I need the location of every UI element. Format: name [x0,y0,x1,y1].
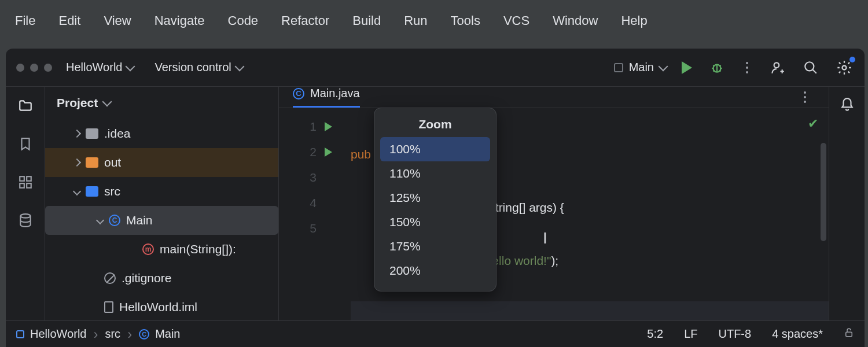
bookmarks-tool-button[interactable] [17,135,34,153]
cursor-position[interactable]: 5:2 [647,327,663,341]
tab-main-java[interactable]: C Main.java [293,87,360,108]
run-config-label: Main [629,61,654,74]
menu-file[interactable]: File [3,9,47,33]
svg-line-6 [713,70,715,71]
folder-icon [18,98,33,113]
chevron-down-icon [102,97,112,107]
gitignore-icon [104,272,116,284]
line-number: 4 [310,196,317,210]
chevron-right-icon [73,158,81,167]
editor-scrollbar[interactable] [821,143,826,241]
project-panel-header[interactable]: Project [45,87,278,119]
crumb-src[interactable]: src [105,327,120,341]
indent-setting[interactable]: 4 spaces* [772,327,823,341]
svg-line-7 [719,70,720,71]
gutter-line[interactable]: 2 [279,139,340,165]
folder-icon [86,128,98,139]
bookmark-icon [18,136,33,152]
menu-navigate[interactable]: Navigate [143,9,216,33]
settings-button[interactable] [834,58,854,77]
file-encoding[interactable]: UTF-8 [718,327,751,341]
bug-icon [709,60,724,75]
menu-view[interactable]: View [92,9,142,33]
tree-node-out[interactable]: out [45,148,278,177]
os-menubar: File Edit View Navigate Code Refactor Bu… [0,0,868,42]
chevron-down-icon [73,187,81,195]
gutter-line[interactable]: 3 [279,165,340,190]
traffic-close-icon[interactable] [16,64,24,72]
menu-refactor[interactable]: Refactor [270,9,341,33]
notification-dot-icon [849,57,855,62]
search-button[interactable] [801,58,821,77]
chevron-right-icon [73,130,81,138]
menu-build[interactable]: Build [341,9,392,33]
zoom-option-100[interactable]: 100% [380,137,490,161]
line-separator[interactable]: LF [684,327,697,341]
tree-node-idea[interactable]: .idea [45,119,278,148]
project-panel-title: Project [57,96,98,110]
chevron-down-icon [96,216,104,224]
zoom-option-125[interactable]: 125% [380,186,490,210]
lock-icon[interactable] [844,327,854,341]
code-editor[interactable]: 12345 public class Main { public static … [279,108,829,347]
zoom-option-110[interactable]: 110% [380,161,490,186]
database-icon [18,213,33,228]
svg-rect-17 [27,183,31,188]
run-button[interactable] [677,58,697,77]
menu-run[interactable]: Run [392,9,439,33]
menu-help[interactable]: Help [609,9,659,33]
line-number: 2 [310,145,317,159]
database-tool-button[interactable] [17,212,34,229]
traffic-minimize-icon[interactable] [30,64,38,72]
svg-line-12 [812,69,816,73]
line-number: 3 [310,171,317,184]
zoom-popup: Zoom 100%110%125%150%175%200% [374,108,496,291]
menu-code[interactable]: Code [216,9,270,33]
gutter-line[interactable]: 5 [279,216,340,241]
tree-node-helloworldiml[interactable]: HelloWorld.iml [45,293,278,322]
run-config-dropdown[interactable]: Main [614,61,667,74]
project-dropdown[interactable]: HelloWorld [66,61,134,74]
structure-tool-button[interactable] [17,174,34,191]
search-icon [803,60,818,75]
menu-tools[interactable]: Tools [439,9,492,33]
menu-edit[interactable]: Edit [47,9,92,33]
gutter-line[interactable]: 1 [279,114,340,139]
tab-more-button[interactable] [795,87,815,107]
zoom-option-175[interactable]: 175% [380,234,490,259]
code-with-me-button[interactable] [767,58,787,77]
titlebar: HelloWorld Version control Main [6,49,865,87]
run-gutter-icon[interactable] [325,147,332,157]
svg-rect-15 [27,176,31,181]
tree-node-label: Main [126,213,153,227]
menu-window[interactable]: Window [541,9,609,33]
java-class-icon: C [109,215,120,226]
tree-node-src[interactable]: src [45,177,278,206]
tree-node-gitignore[interactable]: .gitignore [45,264,278,293]
play-icon [682,61,692,74]
breadcrumb[interactable]: HelloWorld src C Main [16,326,180,342]
project-tool-button[interactable] [17,97,34,115]
debug-button[interactable] [707,58,727,77]
notifications-button[interactable] [840,97,855,115]
svg-point-13 [843,65,847,69]
window-controls[interactable] [16,64,52,72]
gutter-line[interactable]: 4 [279,190,340,216]
tree-node-main[interactable]: CMain [45,206,278,235]
run-gutter-icon[interactable] [325,122,332,131]
project-tree: .ideaoutsrcCMainmmain(String[]):.gitigno… [45,119,278,347]
traffic-zoom-icon[interactable] [44,64,52,72]
svg-rect-16 [20,183,24,188]
file-icon [104,301,113,313]
more-actions-button[interactable] [737,58,757,77]
vcs-dropdown[interactable]: Version control [155,61,242,74]
zoom-option-200[interactable]: 200% [380,259,490,283]
crumb-file[interactable]: Main [155,327,180,341]
tree-node-mainstring[interactable]: mmain(String[]): [45,235,278,264]
zoom-option-150[interactable]: 150% [380,210,490,234]
java-class-icon: C [139,329,149,339]
person-add-icon [770,60,785,75]
inspection-ok-icon[interactable]: ✔ [808,116,818,131]
menu-vcs[interactable]: VCS [492,9,541,33]
crumb-project[interactable]: HelloWorld [30,327,86,341]
